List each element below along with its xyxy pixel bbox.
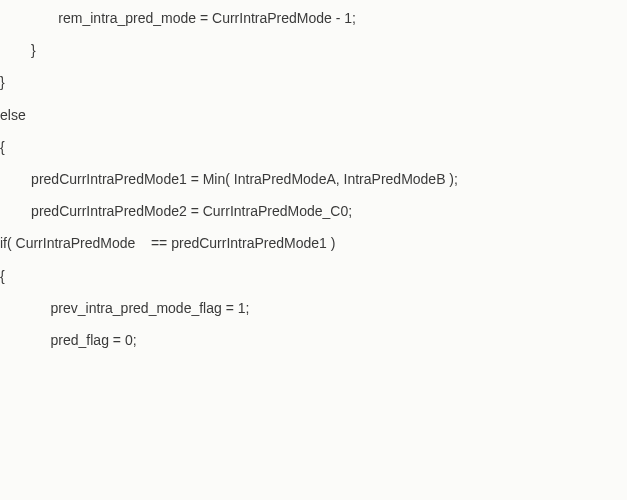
- code-line: prev_intra_pred_mode_flag = 1;: [0, 292, 627, 324]
- code-line: {: [0, 260, 627, 292]
- code-line: else: [0, 99, 627, 131]
- code-line: if( CurrIntraPredMode == predCurrIntraPr…: [0, 227, 627, 259]
- code-block: rem_intra_pred_mode = CurrIntraPredMode …: [0, 0, 627, 356]
- code-line: predCurrIntraPredMode1 = Min( IntraPredM…: [0, 163, 627, 195]
- code-line: {: [0, 131, 627, 163]
- code-line: }: [0, 34, 627, 66]
- code-line: predCurrIntraPredMode2 = CurrIntraPredMo…: [0, 195, 627, 227]
- code-line: pred_flag = 0;: [0, 324, 627, 356]
- code-line: rem_intra_pred_mode = CurrIntraPredMode …: [0, 2, 627, 34]
- code-line: }: [0, 66, 627, 98]
